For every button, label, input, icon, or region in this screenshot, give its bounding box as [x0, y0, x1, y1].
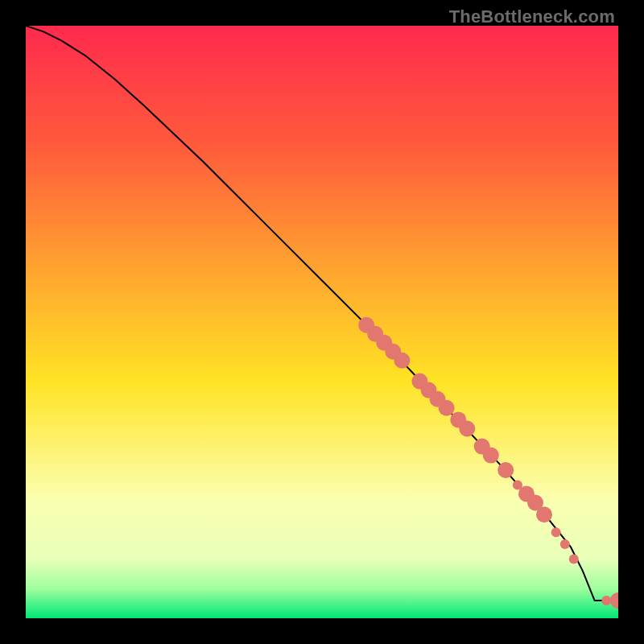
data-marker — [601, 596, 611, 605]
data-marker — [439, 400, 455, 416]
chart-svg — [26, 26, 618, 618]
data-marker — [483, 448, 499, 464]
data-marker — [569, 554, 579, 564]
data-marker — [536, 506, 552, 522]
gradient-background — [26, 26, 618, 618]
data-marker — [560, 539, 570, 549]
watermark-label: TheBottleneck.com — [449, 6, 615, 27]
plot-area — [26, 26, 618, 618]
data-marker — [394, 353, 410, 369]
data-marker — [459, 421, 475, 437]
data-marker — [551, 527, 561, 537]
chart-stage: TheBottleneck.com — [0, 0, 644, 644]
data-marker — [497, 462, 514, 478]
